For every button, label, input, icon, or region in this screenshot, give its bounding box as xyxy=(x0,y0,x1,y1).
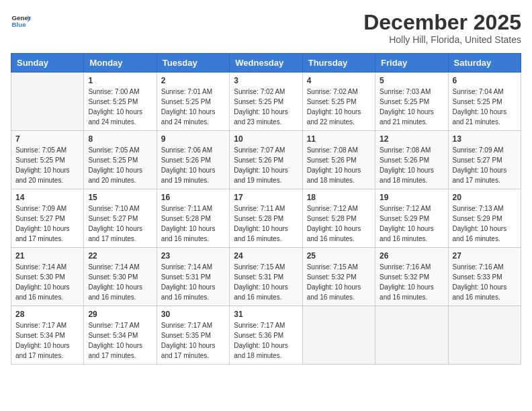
title-block: December 2025 Holly Hill, Florida, Unite… xyxy=(363,11,521,45)
day-number: 29 xyxy=(88,310,152,319)
day-info: Sunrise: 7:12 AMSunset: 5:28 PMDaylight:… xyxy=(307,203,371,244)
day-info: Sunrise: 7:11 AMSunset: 5:28 PMDaylight:… xyxy=(234,203,298,244)
calendar-cell: 22Sunrise: 7:14 AMSunset: 5:30 PMDayligh… xyxy=(84,248,157,306)
calendar-cell: 18Sunrise: 7:12 AMSunset: 5:28 PMDayligh… xyxy=(302,189,375,248)
day-number: 26 xyxy=(380,251,443,261)
day-info: Sunrise: 7:02 AMSunset: 5:25 PMDaylight:… xyxy=(307,87,371,127)
calendar-cell: 5Sunrise: 7:03 AMSunset: 5:25 PMDaylight… xyxy=(375,73,448,131)
day-number: 16 xyxy=(161,193,225,202)
day-info: Sunrise: 7:01 AMSunset: 5:25 PMDaylight:… xyxy=(161,87,225,127)
calendar-cell: 15Sunrise: 7:10 AMSunset: 5:27 PMDayligh… xyxy=(84,189,157,248)
calendar-cell: 11Sunrise: 7:08 AMSunset: 5:26 PMDayligh… xyxy=(302,131,375,189)
calendar-cell: 19Sunrise: 7:12 AMSunset: 5:29 PMDayligh… xyxy=(375,189,448,248)
calendar-cell: 26Sunrise: 7:16 AMSunset: 5:32 PMDayligh… xyxy=(375,248,448,306)
calendar-cell: 10Sunrise: 7:07 AMSunset: 5:26 PMDayligh… xyxy=(230,131,302,189)
weekday-header-thursday: Thursday xyxy=(302,54,375,73)
day-info: Sunrise: 7:07 AMSunset: 5:26 PMDaylight:… xyxy=(234,145,298,185)
day-number: 30 xyxy=(161,310,225,319)
weekday-header-tuesday: Tuesday xyxy=(157,54,229,73)
day-info: Sunrise: 7:02 AMSunset: 5:25 PMDaylight:… xyxy=(234,87,298,127)
day-number: 2 xyxy=(161,76,225,85)
page-header: General Blue December 2025 Holly Hill, F… xyxy=(11,11,521,45)
calendar-cell xyxy=(375,306,448,365)
day-info: Sunrise: 7:16 AMSunset: 5:33 PMDaylight:… xyxy=(453,262,517,302)
day-info: Sunrise: 7:16 AMSunset: 5:32 PMDaylight:… xyxy=(380,262,443,302)
calendar-cell: 9Sunrise: 7:06 AMSunset: 5:26 PMDaylight… xyxy=(157,131,229,189)
calendar-cell: 4Sunrise: 7:02 AMSunset: 5:25 PMDaylight… xyxy=(302,73,375,131)
day-number: 18 xyxy=(307,193,371,202)
weekday-header-sunday: Sunday xyxy=(11,54,84,73)
calendar-cell: 8Sunrise: 7:05 AMSunset: 5:25 PMDaylight… xyxy=(84,131,157,189)
day-info: Sunrise: 7:10 AMSunset: 5:27 PMDaylight:… xyxy=(88,203,152,244)
calendar-cell: 16Sunrise: 7:11 AMSunset: 5:28 PMDayligh… xyxy=(157,189,229,248)
calendar-week-2: 7Sunrise: 7:05 AMSunset: 5:25 PMDaylight… xyxy=(11,131,521,189)
weekday-header-row: SundayMondayTuesdayWednesdayThursdayFrid… xyxy=(11,54,521,73)
day-info: Sunrise: 7:09 AMSunset: 5:27 PMDaylight:… xyxy=(15,203,79,244)
calendar-week-5: 28Sunrise: 7:17 AMSunset: 5:34 PMDayligh… xyxy=(11,306,521,365)
day-number: 13 xyxy=(453,134,517,144)
calendar-week-3: 14Sunrise: 7:09 AMSunset: 5:27 PMDayligh… xyxy=(11,189,521,248)
calendar-cell: 24Sunrise: 7:15 AMSunset: 5:31 PMDayligh… xyxy=(230,248,302,306)
day-info: Sunrise: 7:08 AMSunset: 5:26 PMDaylight:… xyxy=(380,145,443,185)
day-number: 10 xyxy=(234,134,298,144)
calendar-cell: 29Sunrise: 7:17 AMSunset: 5:34 PMDayligh… xyxy=(84,306,157,365)
calendar-cell: 3Sunrise: 7:02 AMSunset: 5:25 PMDaylight… xyxy=(230,73,302,131)
day-number: 12 xyxy=(380,134,443,144)
day-info: Sunrise: 7:00 AMSunset: 5:25 PMDaylight:… xyxy=(88,87,152,127)
day-info: Sunrise: 7:14 AMSunset: 5:30 PMDaylight:… xyxy=(88,262,152,302)
day-info: Sunrise: 7:08 AMSunset: 5:26 PMDaylight:… xyxy=(307,145,371,185)
calendar-table: SundayMondayTuesdayWednesdayThursdayFrid… xyxy=(11,53,521,365)
day-number: 22 xyxy=(88,251,152,261)
day-info: Sunrise: 7:05 AMSunset: 5:25 PMDaylight:… xyxy=(15,145,79,185)
day-number: 17 xyxy=(234,193,298,202)
day-info: Sunrise: 7:06 AMSunset: 5:26 PMDaylight:… xyxy=(161,145,225,185)
weekday-header-saturday: Saturday xyxy=(448,54,521,73)
svg-text:General: General xyxy=(12,14,32,21)
calendar-cell: 12Sunrise: 7:08 AMSunset: 5:26 PMDayligh… xyxy=(375,131,448,189)
calendar-cell: 6Sunrise: 7:04 AMSunset: 5:25 PMDaylight… xyxy=(448,73,521,131)
calendar-cell: 31Sunrise: 7:17 AMSunset: 5:36 PMDayligh… xyxy=(230,306,302,365)
logo-icon: General Blue xyxy=(11,11,31,31)
calendar-cell: 13Sunrise: 7:09 AMSunset: 5:27 PMDayligh… xyxy=(448,131,521,189)
calendar-cell: 2Sunrise: 7:01 AMSunset: 5:25 PMDaylight… xyxy=(157,73,229,131)
day-info: Sunrise: 7:12 AMSunset: 5:29 PMDaylight:… xyxy=(380,203,443,244)
day-number: 7 xyxy=(15,134,79,144)
weekday-header-wednesday: Wednesday xyxy=(230,54,302,73)
calendar-cell xyxy=(448,306,521,365)
day-info: Sunrise: 7:09 AMSunset: 5:27 PMDaylight:… xyxy=(453,145,517,185)
calendar-week-4: 21Sunrise: 7:14 AMSunset: 5:30 PMDayligh… xyxy=(11,248,521,306)
day-info: Sunrise: 7:17 AMSunset: 5:34 PMDaylight:… xyxy=(88,320,152,361)
calendar-cell: 21Sunrise: 7:14 AMSunset: 5:30 PMDayligh… xyxy=(11,248,84,306)
calendar-cell: 28Sunrise: 7:17 AMSunset: 5:34 PMDayligh… xyxy=(11,306,84,365)
day-number: 15 xyxy=(88,193,152,202)
calendar-cell: 7Sunrise: 7:05 AMSunset: 5:25 PMDaylight… xyxy=(11,131,84,189)
day-info: Sunrise: 7:15 AMSunset: 5:32 PMDaylight:… xyxy=(307,262,371,302)
day-info: Sunrise: 7:05 AMSunset: 5:25 PMDaylight:… xyxy=(88,145,152,185)
day-number: 1 xyxy=(88,76,152,85)
calendar-cell: 27Sunrise: 7:16 AMSunset: 5:33 PMDayligh… xyxy=(448,248,521,306)
day-info: Sunrise: 7:17 AMSunset: 5:34 PMDaylight:… xyxy=(15,320,79,361)
day-info: Sunrise: 7:13 AMSunset: 5:29 PMDaylight:… xyxy=(453,203,517,244)
day-number: 20 xyxy=(453,193,517,202)
day-number: 21 xyxy=(15,251,79,261)
day-number: 8 xyxy=(88,134,152,144)
calendar-cell: 25Sunrise: 7:15 AMSunset: 5:32 PMDayligh… xyxy=(302,248,375,306)
day-number: 5 xyxy=(380,76,443,85)
day-number: 28 xyxy=(15,310,79,319)
weekday-header-friday: Friday xyxy=(375,54,448,73)
day-number: 23 xyxy=(161,251,225,261)
day-number: 14 xyxy=(15,193,79,202)
svg-text:Blue: Blue xyxy=(12,21,27,28)
day-number: 4 xyxy=(307,76,371,85)
day-info: Sunrise: 7:17 AMSunset: 5:35 PMDaylight:… xyxy=(161,320,225,361)
day-number: 3 xyxy=(234,76,298,85)
day-number: 11 xyxy=(307,134,371,144)
day-info: Sunrise: 7:14 AMSunset: 5:31 PMDaylight:… xyxy=(161,262,225,302)
day-number: 25 xyxy=(307,251,371,261)
calendar-cell: 30Sunrise: 7:17 AMSunset: 5:35 PMDayligh… xyxy=(157,306,229,365)
calendar-cell: 1Sunrise: 7:00 AMSunset: 5:25 PMDaylight… xyxy=(84,73,157,131)
calendar-cell: 17Sunrise: 7:11 AMSunset: 5:28 PMDayligh… xyxy=(230,189,302,248)
day-number: 31 xyxy=(234,310,298,319)
day-number: 9 xyxy=(161,134,225,144)
calendar-cell xyxy=(302,306,375,365)
